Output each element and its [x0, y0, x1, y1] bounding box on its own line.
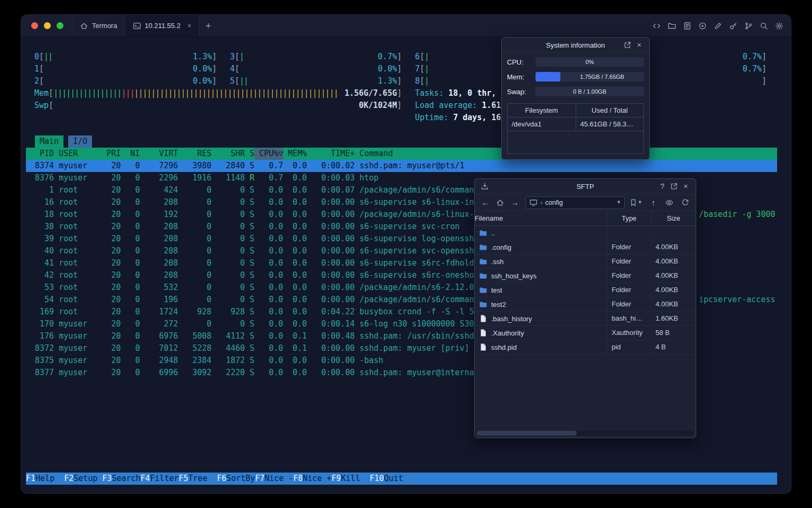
file-row[interactable]: .configFolder4.00KB: [475, 240, 696, 255]
zoom-window-button[interactable]: [57, 22, 63, 29]
tab-ssh-session[interactable]: 10.211.55.2 ×: [125, 15, 199, 37]
settings-icon[interactable]: [773, 20, 786, 32]
process-row-8374[interactable]: 8374myuser200729639802840S0.70.00:00.02s…: [26, 160, 777, 172]
res: 0: [178, 196, 211, 208]
pid: 42: [30, 269, 54, 282]
column-header-pid[interactable]: PID: [30, 148, 54, 160]
path-bar[interactable]: › config ▼: [525, 196, 625, 209]
sftp-column-size[interactable]: Size: [651, 211, 696, 226]
fkey-F3[interactable]: F3Search: [103, 473, 141, 485]
code-icon[interactable]: [650, 20, 663, 32]
branch-icon[interactable]: [742, 20, 755, 32]
shr: 0: [211, 233, 245, 245]
system-information-panel: System information × CPU:0%Mem:1.75GB / …: [501, 37, 650, 160]
htop-tab-i-o[interactable]: I/O: [68, 135, 92, 148]
scrollbar-thumb[interactable]: [477, 431, 577, 436]
notes-icon[interactable]: [681, 20, 694, 32]
folder-icon[interactable]: [666, 20, 678, 32]
pri: 20: [102, 306, 121, 318]
sftp-column-filename[interactable]: Filename: [475, 211, 607, 226]
file-row[interactable]: test2Folder4.00KB: [475, 297, 696, 312]
download-icon[interactable]: [479, 180, 491, 192]
fkey-F4[interactable]: F4Filter: [141, 473, 179, 485]
file-name: test: [491, 286, 502, 294]
column-header-s[interactable]: S: [245, 148, 254, 160]
fs-column-header[interactable]: Filesystem: [508, 104, 576, 117]
fkey-F1[interactable]: F1Help: [26, 473, 64, 485]
pencil-icon[interactable]: [712, 20, 724, 32]
fkey-F2[interactable]: F2Setup: [64, 473, 102, 485]
time: 0:00.00: [307, 367, 355, 379]
bookmarks-button[interactable]: ▼: [629, 198, 642, 207]
back-button[interactable]: ←: [479, 196, 492, 209]
upload-button[interactable]: ↑: [647, 196, 660, 209]
column-header-virt[interactable]: VIRT: [140, 148, 178, 160]
help-icon[interactable]: ?: [657, 180, 668, 192]
close-panel-icon[interactable]: ×: [633, 39, 645, 51]
column-header-mem[interactable]: MEM%: [283, 148, 307, 160]
column-header-cpu[interactable]: CPU%▽: [254, 148, 283, 160]
column-header-ni[interactable]: NI: [121, 148, 140, 160]
file-row[interactable]: sshd.pidpid4 B: [475, 340, 696, 355]
time: 0:00.00: [307, 245, 355, 257]
minimize-window-button[interactable]: [44, 22, 51, 29]
file-row[interactable]: .sshFolder4.00KB: [475, 255, 696, 269]
record-icon[interactable]: [696, 20, 709, 32]
home-button[interactable]: [494, 196, 506, 209]
cpu-meter-5: 5[||1.3%]: [230, 75, 402, 87]
new-tab-button[interactable]: +: [199, 21, 217, 31]
horizontal-scrollbar[interactable]: [477, 431, 694, 436]
traffic-lights: [21, 22, 72, 29]
column-header-res[interactable]: RES: [178, 148, 211, 160]
forward-button[interactable]: →: [509, 196, 521, 209]
show-hidden-files-button[interactable]: [663, 196, 676, 209]
column-header-user[interactable]: USER: [54, 148, 102, 160]
file-row[interactable]: .XauthorityXauthority58 B: [475, 326, 696, 340]
fkey-F7[interactable]: F7Nice -: [255, 473, 293, 485]
open-in-window-icon[interactable]: [668, 180, 680, 192]
user: root: [54, 257, 102, 269]
htop-tab-main[interactable]: Main: [35, 135, 63, 148]
pid: 38: [30, 221, 54, 233]
fkey-F8[interactable]: F8Nice +: [293, 473, 331, 485]
file-row[interactable]: testFolder4.00KB: [475, 283, 696, 297]
usage-bar: 1.75GB / 7.65GB: [536, 72, 644, 81]
key-icon[interactable]: [727, 20, 740, 32]
command: sshd.pam: myuser@pts/1: [355, 160, 777, 172]
fkey-F6[interactable]: F6SortBy: [217, 473, 255, 485]
time: 0:00.00: [307, 196, 355, 208]
column-header-time[interactable]: TIME+: [307, 148, 355, 160]
res: 5228: [178, 342, 211, 355]
close-tab-icon[interactable]: ×: [187, 22, 191, 29]
state: S: [245, 160, 254, 172]
caret-down-icon[interactable]: ▼: [616, 200, 621, 205]
file-row[interactable]: ssh_host_keysFolder4.00KB: [475, 269, 696, 283]
column-header-pri[interactable]: PRI: [102, 148, 121, 160]
pid: 8374: [30, 160, 54, 172]
close-panel-icon[interactable]: ×: [680, 180, 691, 192]
fs-column-header[interactable]: Used / Total: [576, 104, 644, 117]
pri: 20: [102, 233, 121, 245]
sftp-column-type[interactable]: Type: [607, 211, 651, 226]
close-window-button[interactable]: [31, 22, 38, 29]
folder-icon: [479, 229, 487, 237]
pid: 16: [30, 196, 54, 208]
file-row[interactable]: .bash_historybash_hi…1.60KB: [475, 312, 696, 326]
open-in-window-icon[interactable]: [622, 39, 633, 51]
mem-pct: 0.0: [283, 257, 307, 269]
fkey-F5[interactable]: F5Tree: [179, 473, 217, 485]
refresh-button[interactable]: [679, 196, 691, 209]
res: 0: [178, 269, 211, 282]
tab-termora[interactable]: Termora: [72, 15, 125, 37]
file-type: Folder: [607, 297, 651, 311]
pri: 20: [102, 367, 121, 379]
fkey-F10[interactable]: F10Quit: [370, 473, 412, 485]
file-row[interactable]: ..: [475, 226, 696, 240]
search-icon[interactable]: [758, 20, 770, 32]
virt: 7296: [140, 160, 178, 172]
time: 0:00.03: [307, 172, 355, 184]
column-header-shr[interactable]: SHR: [211, 148, 245, 160]
filesystem-row[interactable]: /dev/vda145.61GB / 58.3…: [508, 117, 643, 131]
fkey-F9[interactable]: F9Kill: [331, 473, 370, 485]
mem-pct: 0.0: [283, 294, 307, 306]
